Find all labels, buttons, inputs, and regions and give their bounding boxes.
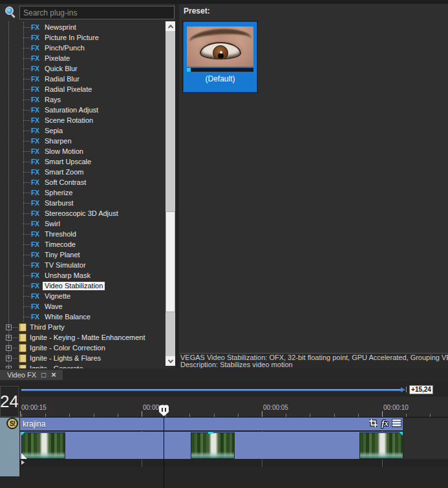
tab-video-fx[interactable]: Video FX □ × [0,370,63,380]
tree-stub [23,172,30,173]
tree-expand-icon[interactable]: + [6,355,12,361]
fx-list-item[interactable]: FX Picture In Picture [0,32,165,43]
fx-list-item[interactable]: FX White Balance [0,312,165,322]
tree-stub [23,317,30,317]
fx-badge-icon: FX [31,292,43,300]
fx-list-item[interactable]: FX TV Simulator [0,260,165,270]
event-fx-icon[interactable]: fx [381,419,389,427]
fx-badge-icon: FX [31,230,43,238]
tree-stub [23,58,30,59]
fx-list-item[interactable]: FX Sharpen [0,136,165,146]
fx-folder-item[interactable]: + Third Party [0,322,165,332]
fx-item-label: Picture In Picture [43,34,101,42]
fx-folder-item[interactable]: + Ignite - Lights & Flares [0,353,165,363]
tree-expand-icon[interactable]: + [6,335,12,341]
fx-list-item[interactable]: FX Soft Contrast [0,177,165,187]
event-body[interactable] [20,432,403,459]
tree-stub [23,37,30,38]
preset-label: Preset: [184,6,210,16]
fx-list-item[interactable]: FX Swirl [0,218,165,229]
fx-item-label: Spherize [43,189,74,197]
fx-list-item[interactable]: FX Timecode [0,239,165,249]
fx-list-item[interactable]: FX Smart Upscale [0,156,165,167]
tree-stub [23,131,30,131]
fx-badge-icon: FX [31,106,43,114]
scrollbar-down-icon[interactable] [165,356,175,366]
fx-folder-item[interactable]: + Ignite - Keying - Matte Enhancement [0,332,165,343]
fx-list-item[interactable]: FX Newsprint [0,22,165,32]
fx-badge-icon: FX [31,209,43,217]
fx-list-item[interactable]: FX Pixelate [0,53,165,63]
fx-badge-icon: FX [31,34,43,41]
fx-list-item[interactable]: FX Starburst [0,198,165,208]
fx-item-label: Newsprint [43,23,78,32]
fx-item-label: Slow Motion [43,147,85,156]
event-menu-icon[interactable] [392,419,401,427]
tree-stub [23,213,30,214]
fx-list-item[interactable]: FX Radial Pixelate [0,84,165,94]
event-title-bar[interactable]: krajina fx [20,418,403,431]
tree-stub [12,348,17,348]
crop-icon[interactable] [369,419,378,427]
track-header[interactable]: S! [0,418,19,476]
fx-badge-icon: FX [31,282,43,290]
tree-stub [23,286,30,286]
preset-tile-default[interactable]: (Default) [183,21,257,92]
fx-list-item[interactable]: FX Wave [0,301,165,312]
fx-list-item[interactable]: FX Slow Motion [0,146,165,156]
fx-item-label: Threshold [43,230,78,239]
fx-list-item[interactable]: FX Saturation Adjust [0,105,165,115]
fx-item-label: Stereoscopic 3D Adjust [43,209,120,218]
folder-label: Third Party [30,323,65,331]
timeline-ruler[interactable]: 00:00:00 00:00:05 00:00:10 00:00:15 [20,397,448,418]
float-window-icon[interactable]: □ [41,372,46,378]
sub-strip-arrow-icon [21,460,25,465]
fx-badge-icon: FX [31,189,43,196]
fx-badge-icon: FX [31,116,43,124]
search-input[interactable] [19,6,175,19]
fx-badge-icon: FX [31,44,43,52]
fx-badge-icon: FX [31,199,43,207]
fx-item-label: Saturation Adjust [43,106,100,114]
fx-list-item[interactable]: FX Sepia [0,125,165,136]
fx-list-item[interactable]: FX Scene Rotation [0,115,165,125]
fx-list-item[interactable]: FX Threshold [0,229,165,239]
fx-list-item[interactable]: FX Video Stabilization [0,281,165,291]
timeline-panel: 24 +15,24 00:00:00 00:00:05 00:00:10 00:… [0,381,448,488]
close-icon[interactable]: × [51,372,56,378]
fx-list-item[interactable]: FX Stereoscopic 3D Adjust [0,208,165,218]
fx-folder-item[interactable]: + Ignite - Generate [0,363,165,368]
fx-list-scrollbar[interactable] [165,21,175,366]
timeline-event-krajina[interactable]: krajina fx [20,418,403,459]
tree-stub [23,110,30,111]
fx-list-item[interactable]: FX Smart Zoom [0,167,165,177]
ruler-minor-ticks [21,414,448,417]
fx-item-label: Pixelate [43,54,72,63]
tree-stub [23,306,30,307]
track-status-icon[interactable]: S! [6,418,18,429]
fx-item-label: Wave [43,302,65,311]
fx-list-item[interactable]: FX Pinch/Punch [0,43,165,53]
tree-stub [23,265,30,266]
fx-list-item[interactable]: FX Quick Blur [0,63,165,74]
tree-stub [23,120,30,121]
scrollbar-up-icon[interactable] [165,21,175,31]
fx-list-item[interactable]: FX Tiny Planet [0,249,165,260]
pan-scrub-bar[interactable] [21,389,403,391]
tree-expand-icon[interactable]: + [6,345,12,351]
fx-list-item[interactable]: FX Unsharp Mask [0,270,165,281]
preset-pane: Preset: (Default) VEGAS Video Stabilizat… [179,4,448,368]
fx-list-item[interactable]: FX Vignette [0,291,165,301]
fx-list-item[interactable]: FX Rays [0,94,165,105]
plugin-info-line2: Description: Stabilizes video motion [179,361,448,368]
fx-folder-item[interactable]: + Ignite - Color Correction [0,343,165,353]
fx-badge-icon: FX [31,96,43,103]
fx-item-label: Radial Pixelate [43,85,94,94]
fx-list-item[interactable]: FX Radial Blur [0,74,165,84]
fx-badge-icon: FX [31,54,43,62]
tree-expand-icon[interactable]: + [6,324,12,330]
scrollbar-thumb[interactable] [165,211,175,312]
search-bar [0,4,177,21]
fx-item-label: Smart Upscale [43,158,93,166]
fx-list-item[interactable]: FX Spherize [0,187,165,198]
